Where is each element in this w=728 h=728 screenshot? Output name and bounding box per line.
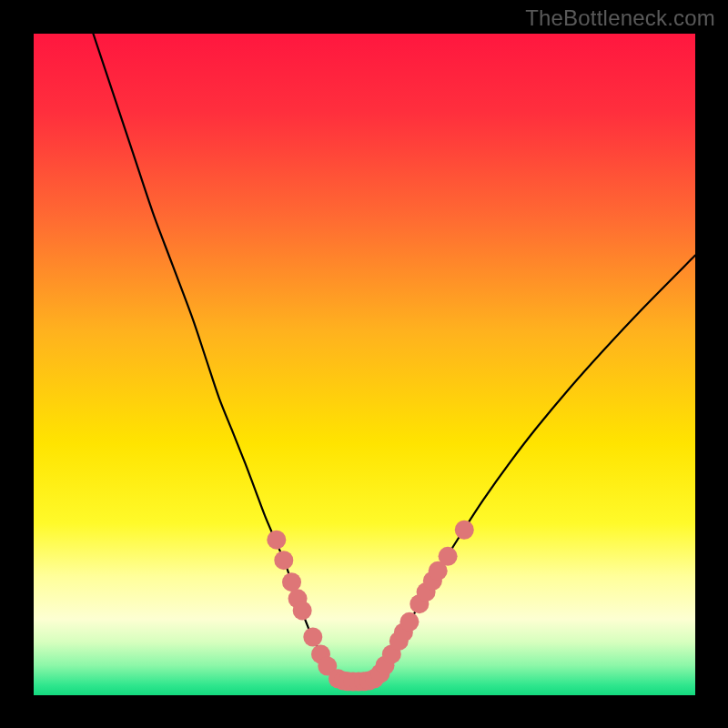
- plot-svg: [34, 34, 695, 695]
- data-marker: [303, 628, 322, 647]
- data-marker: [274, 551, 293, 570]
- gradient-background: [34, 34, 695, 695]
- data-marker: [282, 572, 301, 592]
- plot-area: [34, 34, 695, 695]
- data-marker: [293, 601, 312, 620]
- data-marker: [267, 531, 286, 550]
- data-marker: [399, 612, 419, 632]
- data-marker: [455, 521, 474, 540]
- outer-frame: TheBottleneck.com: [0, 0, 728, 728]
- data-marker: [439, 547, 458, 566]
- watermark-text: TheBottleneck.com: [525, 5, 715, 31]
